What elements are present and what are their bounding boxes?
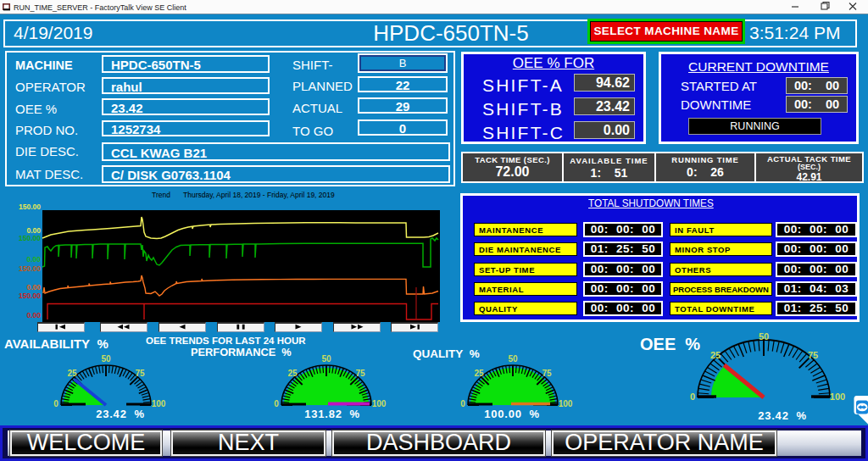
svg-text:100: 100 bbox=[559, 399, 573, 408]
svg-text:0.00: 0.00 bbox=[26, 255, 41, 264]
svg-text:75: 75 bbox=[135, 369, 145, 378]
svg-text:150.00: 150.00 bbox=[19, 203, 41, 211]
svg-text:50: 50 bbox=[101, 354, 111, 364]
svg-text:100: 100 bbox=[830, 392, 845, 402]
svg-text:0.00: 0.00 bbox=[26, 311, 41, 319]
svg-text:25: 25 bbox=[474, 369, 484, 378]
svg-text:75: 75 bbox=[355, 369, 365, 378]
svg-text:150.00: 150.00 bbox=[19, 264, 41, 273]
svg-text:150.00: 150.00 bbox=[19, 234, 41, 242]
svg-text:50: 50 bbox=[508, 354, 518, 364]
svg-text:0: 0 bbox=[53, 399, 58, 408]
svg-text:75: 75 bbox=[808, 350, 818, 360]
svg-text:0: 0 bbox=[460, 399, 465, 408]
svg-text:0: 0 bbox=[274, 399, 279, 408]
svg-text:0.00: 0.00 bbox=[26, 283, 41, 292]
svg-text:50: 50 bbox=[321, 354, 331, 364]
svg-text:150.00: 150.00 bbox=[19, 292, 41, 300]
svg-text:50: 50 bbox=[759, 331, 769, 342]
svg-text:25: 25 bbox=[67, 369, 77, 378]
svg-text:25: 25 bbox=[287, 369, 298, 378]
svg-text:25: 25 bbox=[710, 350, 721, 360]
svg-text:0: 0 bbox=[690, 392, 695, 402]
svg-text:75: 75 bbox=[542, 369, 552, 378]
